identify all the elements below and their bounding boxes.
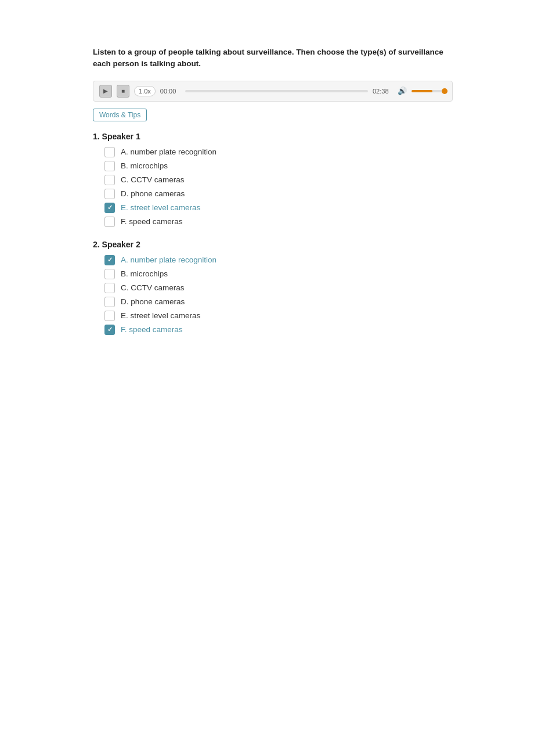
option-text-q1a: A. number plate recognition: [121, 147, 217, 156]
audio-player: ▶ ■ 1.0x 00:00 02:38 🔊: [93, 81, 453, 102]
progress-track[interactable]: [185, 90, 368, 92]
option-text-q1e: E. street level cameras: [121, 203, 200, 212]
checkbox-q1c[interactable]: [104, 175, 115, 185]
option-item-q2f[interactable]: F. speed cameras: [104, 325, 453, 335]
option-item-q2c[interactable]: C. CCTV cameras: [104, 283, 453, 293]
checkbox-q2b[interactable]: [104, 269, 115, 279]
words-tips-button[interactable]: Words & Tips: [93, 109, 147, 121]
speed-button[interactable]: 1.0x: [134, 86, 156, 96]
question-label-q2: 2. Speaker 2: [93, 240, 453, 249]
time-total: 02:38: [373, 88, 393, 95]
option-item-q2b[interactable]: B. microchips: [104, 269, 453, 279]
option-text-q1b: B. microchips: [121, 161, 168, 170]
checkbox-q2d[interactable]: [104, 297, 115, 307]
option-item-q1f[interactable]: F. speed cameras: [104, 217, 453, 227]
checkbox-q2f[interactable]: [104, 325, 115, 335]
option-text-q2a: A. number plate recognition: [121, 255, 217, 264]
questions-container: 1. Speaker 1A. number plate recognitionB…: [93, 132, 453, 335]
checkbox-q1a[interactable]: [104, 147, 115, 157]
option-item-q1d[interactable]: D. phone cameras: [104, 189, 453, 199]
checkbox-q2c[interactable]: [104, 283, 115, 293]
time-current: 00:00: [160, 88, 181, 95]
stop-button[interactable]: ■: [117, 85, 129, 98]
page-container: Listen to a group of people talking abou…: [0, 0, 534, 394]
option-text-q2c: C. CCTV cameras: [121, 283, 185, 292]
option-text-q2d: D. phone cameras: [121, 297, 185, 306]
option-item-q2e[interactable]: E. street level cameras: [104, 311, 453, 321]
option-text-q1f: F. speed cameras: [121, 217, 183, 226]
option-item-q2d[interactable]: D. phone cameras: [104, 297, 453, 307]
question-block-q2: 2. Speaker 2A. number plate recognitionB…: [93, 240, 453, 335]
checkbox-q2e[interactable]: [104, 311, 115, 321]
option-item-q1c[interactable]: C. CCTV cameras: [104, 175, 453, 185]
option-item-q1a[interactable]: A. number plate recognition: [104, 147, 453, 157]
volume-track[interactable]: [412, 90, 446, 92]
checkbox-q1b[interactable]: [104, 161, 115, 171]
option-text-q2b: B. microchips: [121, 269, 168, 278]
instructions-text: Listen to a group of people talking abou…: [93, 46, 453, 70]
question-label-q1: 1. Speaker 1: [93, 132, 453, 141]
options-list-q1: A. number plate recognitionB. microchips…: [93, 147, 453, 227]
volume-fill: [412, 90, 432, 92]
checkbox-q1e[interactable]: [104, 203, 115, 213]
volume-icon: 🔊: [398, 87, 407, 95]
play-button[interactable]: ▶: [99, 85, 112, 98]
question-block-q1: 1. Speaker 1A. number plate recognitionB…: [93, 132, 453, 227]
checkbox-q1f[interactable]: [104, 217, 115, 227]
option-text-q1d: D. phone cameras: [121, 189, 185, 198]
checkbox-q2a[interactable]: [104, 255, 115, 265]
option-item-q1e[interactable]: E. street level cameras: [104, 203, 453, 213]
option-text-q1c: C. CCTV cameras: [121, 175, 185, 184]
options-list-q2: A. number plate recognitionB. microchips…: [93, 255, 453, 335]
option-text-q2f: F. speed cameras: [121, 325, 183, 334]
option-text-q2e: E. street level cameras: [121, 311, 200, 320]
option-item-q2a[interactable]: A. number plate recognition: [104, 255, 453, 265]
checkbox-q1d[interactable]: [104, 189, 115, 199]
option-item-q1b[interactable]: B. microchips: [104, 161, 453, 171]
volume-thumb: [442, 88, 448, 94]
